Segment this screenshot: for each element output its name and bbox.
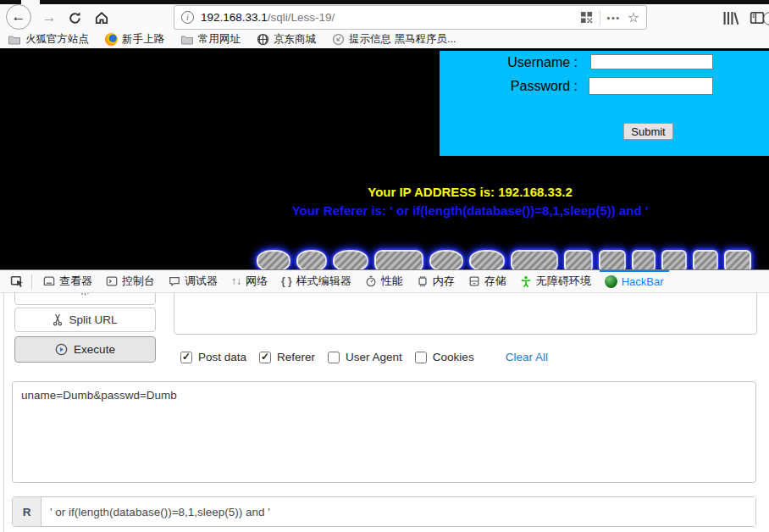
banner-letter xyxy=(469,250,505,269)
tab-label: HackBar xyxy=(622,275,664,288)
hackbar-panel: Split URL Execute http://192.168.33.1/sq… xyxy=(0,293,769,532)
referer-input[interactable] xyxy=(41,497,755,526)
performance-icon xyxy=(365,275,377,287)
option-label: Referer xyxy=(277,351,315,363)
user-agent-checkbox[interactable] xyxy=(328,352,340,363)
username-field[interactable] xyxy=(590,54,713,69)
devtools-panel: 查看器 控制台 调试器 ↑↓ 网络 { } 样式编辑器 性能 xyxy=(0,269,769,532)
option-label: Cookies xyxy=(433,351,474,363)
address-bar[interactable]: i 192.168.33.1/sqli/Less-19/ ••• ☆ xyxy=(174,5,647,30)
bookmark-star-icon[interactable]: ☆ xyxy=(628,11,639,25)
page-actions-icon[interactable]: ••• xyxy=(607,13,621,23)
tab-storage[interactable]: 存储 xyxy=(462,270,513,292)
post-data-option[interactable]: Post data xyxy=(180,351,246,363)
option-label: Post data xyxy=(198,351,246,363)
banner-letter xyxy=(693,250,718,269)
tab-label: 调试器 xyxy=(185,274,218,289)
panel-edge-line xyxy=(3,293,4,532)
firefox-icon xyxy=(105,33,118,46)
back-button[interactable]: ← xyxy=(6,4,31,30)
tab-performance[interactable]: 性能 xyxy=(358,270,410,292)
home-button[interactable] xyxy=(92,8,111,27)
post-data-checkbox[interactable] xyxy=(180,352,192,363)
referer-checkbox[interactable] xyxy=(259,352,271,363)
pick-element-button[interactable] xyxy=(7,274,27,289)
tab-label: 控制台 xyxy=(122,274,155,289)
bookmarks-bar: 火狐官方站点 新手上路 常用网址 京东商城 提示信息 黑马程序员... xyxy=(0,30,769,48)
bookmark-item[interactable]: 新手上路 xyxy=(105,32,164,47)
tab-label: 存储 xyxy=(484,274,506,289)
browser-navbar: ← → i 192.168.33.1/sqli/Less-19/ ••• ☆ xyxy=(0,4,769,30)
network-icon: ↑↓ xyxy=(231,275,241,287)
bookmark-item[interactable]: 提示信息 黑马程序员... xyxy=(332,32,456,47)
reload-button[interactable] xyxy=(65,8,84,27)
referer-text: Your Referer is: ' or if(length(database… xyxy=(169,203,769,218)
bookmark-item[interactable]: 常用网址 xyxy=(180,32,241,47)
toolbar-separator xyxy=(31,274,32,289)
forward-icon: → xyxy=(42,9,57,26)
banner-letter xyxy=(661,250,687,269)
memory-icon xyxy=(417,275,429,287)
url-path: /sqli/Less-19/ xyxy=(268,11,335,24)
sqli-labs-banner-image xyxy=(257,250,751,269)
split-url-button[interactable]: Split URL xyxy=(14,308,156,332)
bookmark-item[interactable]: 京东商城 xyxy=(257,32,316,47)
inspector-icon xyxy=(43,275,55,287)
password-label: Password : xyxy=(440,79,578,94)
library-button[interactable] xyxy=(721,8,741,27)
execute-button[interactable]: Execute xyxy=(14,336,156,363)
user-agent-option[interactable]: User Agent xyxy=(328,351,402,363)
tab-label: 样式编辑器 xyxy=(296,274,351,289)
clear-all-link[interactable]: Clear All xyxy=(506,351,548,363)
folder-icon xyxy=(8,34,21,46)
banner-letter xyxy=(632,250,656,269)
storage-icon xyxy=(468,275,480,287)
reload-icon xyxy=(68,11,82,25)
scissors-icon xyxy=(53,313,63,326)
bookmark-label: 新手上路 xyxy=(122,32,164,47)
tab-hackbar[interactable]: HackBar xyxy=(598,270,671,292)
bookmark-item[interactable]: 火狐官方站点 xyxy=(8,32,89,47)
banner-letter xyxy=(511,250,558,269)
forward-button[interactable]: → xyxy=(40,8,58,27)
bookmark-label: 火狐官方站点 xyxy=(25,32,89,47)
home-icon xyxy=(94,10,109,25)
accessibility-icon xyxy=(520,275,532,288)
site-info-icon[interactable]: i xyxy=(181,11,194,24)
cookies-option[interactable]: Cookies xyxy=(415,351,474,363)
tab-accessibility[interactable]: 无障碍环境 xyxy=(513,270,598,292)
tab-label: 性能 xyxy=(381,274,403,289)
clock-icon xyxy=(332,33,345,46)
back-icon: ← xyxy=(12,8,26,25)
post-data-textarea[interactable]: uname=Dumb&passwd=Dumb xyxy=(12,381,756,483)
tab-network[interactable]: ↑↓ 网络 xyxy=(224,270,274,292)
banner-letter xyxy=(724,250,751,269)
submit-button[interactable]: Submit xyxy=(623,123,673,140)
devtools-tabbar: 查看器 控制台 调试器 ↑↓ 网络 { } 样式编辑器 性能 xyxy=(0,270,769,293)
tab-label: 无障碍环境 xyxy=(536,274,591,289)
url-text: 192.168.33.1/sqli/Less-19/ xyxy=(201,11,335,24)
page-content: Username : Password : Submit Your IP ADD… xyxy=(0,48,769,269)
tab-label: 内存 xyxy=(433,274,455,289)
bookmark-label: 京东商城 xyxy=(274,32,316,47)
tab-console[interactable]: 控制台 xyxy=(99,270,162,292)
qr-code-icon[interactable] xyxy=(580,11,593,24)
referer-input-group: R xyxy=(12,496,756,527)
banner-letter xyxy=(257,250,290,269)
banner-letter xyxy=(429,250,463,269)
cookies-checkbox[interactable] xyxy=(415,352,427,363)
password-field[interactable] xyxy=(589,77,713,95)
username-label: Username : xyxy=(440,55,578,70)
bookmark-label: 常用网址 xyxy=(198,32,241,47)
debugger-icon xyxy=(169,275,180,287)
tab-inspector[interactable]: 查看器 xyxy=(36,270,99,292)
library-icon xyxy=(722,10,740,26)
folder-icon xyxy=(180,34,194,46)
tab-style-editor[interactable]: { } 样式编辑器 xyxy=(274,270,358,292)
pick-element-icon xyxy=(10,274,25,289)
screenshot-root: ← → i 192.168.33.1/sqli/Less-19/ ••• ☆ xyxy=(0,0,769,532)
tab-debugger[interactable]: 调试器 xyxy=(162,270,224,292)
tab-memory[interactable]: 内存 xyxy=(410,270,462,292)
hackbar-icon xyxy=(605,275,617,288)
referer-option[interactable]: Referer xyxy=(259,351,315,363)
